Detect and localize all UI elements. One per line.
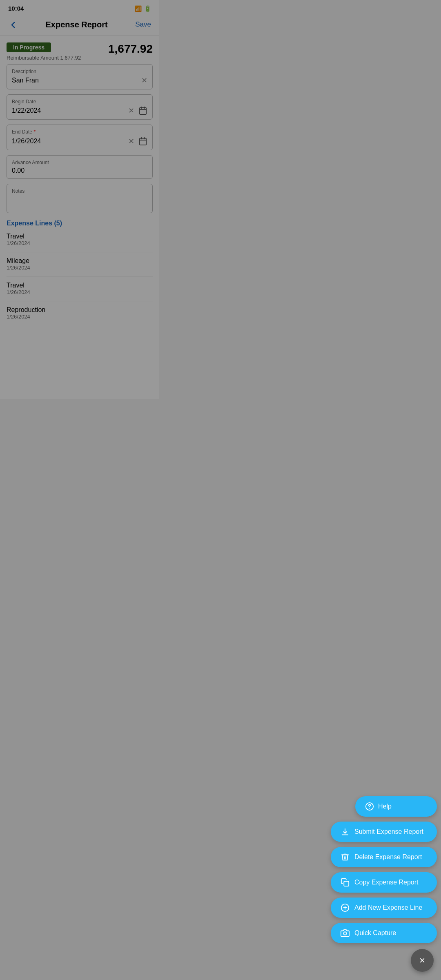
overlay[interactable] <box>0 0 159 399</box>
